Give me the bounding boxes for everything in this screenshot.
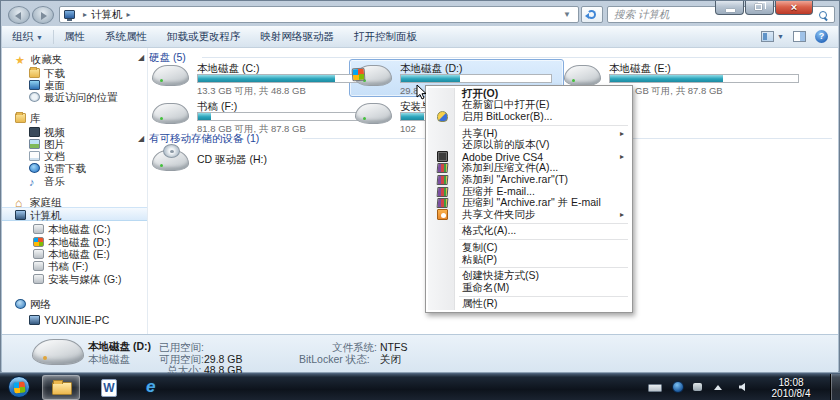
sidebar-item-thunder-downloads[interactable]: 迅雷下载 bbox=[29, 162, 86, 176]
submenu-arrow-icon: ▸ bbox=[620, 152, 624, 161]
breadcrumb-computer[interactable]: 计算机 bbox=[91, 8, 123, 22]
cd-drive-tile[interactable]: CD 驱动器 (H:) bbox=[197, 153, 392, 169]
group-expander-icon[interactable]: ◢ bbox=[138, 53, 144, 62]
start-button[interactable] bbox=[8, 376, 30, 398]
menu-item-format[interactable]: 格式化(A)... bbox=[428, 226, 630, 238]
sidebar-divider bbox=[147, 48, 148, 334]
menu-item-shared-folder-sync[interactable]: 共享文件夹同步▸ bbox=[428, 209, 630, 221]
menu-item-restore-previous-versions[interactable]: 还原以前的版本(V) bbox=[428, 139, 630, 151]
sidebar-section-network[interactable]: 网络 bbox=[15, 298, 51, 312]
language-indicator-icon[interactable] bbox=[648, 384, 662, 392]
documents-icon bbox=[29, 151, 40, 161]
help-button[interactable]: ? bbox=[815, 30, 828, 43]
menu-item-properties[interactable]: 属性(R) bbox=[428, 299, 630, 311]
change-view-button[interactable]: ▼ bbox=[761, 31, 784, 42]
capacity-bar-fill bbox=[610, 75, 723, 82]
drive-led bbox=[160, 164, 163, 167]
menu-item-paste[interactable]: 粘贴(P) bbox=[428, 254, 630, 266]
organize-menu[interactable]: 组织▼ bbox=[2, 30, 53, 44]
forward-arrow-icon bbox=[41, 12, 47, 20]
drive-icon bbox=[33, 274, 44, 284]
menu-item-create-shortcut[interactable]: 创建快捷方式(S) bbox=[428, 270, 630, 282]
taskbar-word-button[interactable]: W bbox=[90, 375, 128, 400]
drive-name[interactable]: CD 驱动器 (H:) bbox=[197, 153, 267, 167]
cd-drive-icon[interactable] bbox=[152, 150, 189, 171]
taskbar-ie-button[interactable]: e bbox=[136, 375, 174, 400]
group-header-hdd[interactable]: 硬盘 (5) bbox=[149, 51, 186, 65]
sidebar-item-recent-places[interactable]: 最近访问的位置 bbox=[29, 91, 118, 105]
sidebar-section-favorites[interactable]: ★收藏夹 bbox=[15, 53, 63, 67]
windows-flag-icon bbox=[352, 68, 366, 82]
back-button[interactable] bbox=[8, 6, 30, 24]
drive-caption: 102 bbox=[400, 123, 416, 134]
forward-button[interactable] bbox=[32, 6, 54, 24]
open-control-panel-button[interactable]: 打开控制面板 bbox=[344, 30, 427, 44]
sidebar-section-libraries[interactable]: 库 bbox=[15, 112, 41, 126]
menu-item-copy[interactable]: 复制(C) bbox=[428, 242, 630, 254]
downloads-folder-icon bbox=[29, 68, 40, 78]
drive-icon bbox=[33, 261, 44, 271]
word-icon: W bbox=[101, 379, 117, 397]
breadcrumb-arrow-icon: ▸ bbox=[83, 10, 87, 19]
preview-pane-button[interactable] bbox=[793, 31, 806, 42]
system-properties-button[interactable]: 系统属性 bbox=[95, 30, 157, 44]
winrar-icon bbox=[437, 163, 449, 173]
desktop: ▸ 计算机 ▸ ▼ 搜索 计算机 × 组织▼ 属性 系统属性 卸载或更改程序 映… bbox=[0, 0, 840, 400]
close-button[interactable]: × bbox=[775, 1, 813, 15]
network-icon bbox=[15, 299, 26, 309]
sidebar-section-computer[interactable]: 计算机 bbox=[15, 209, 62, 223]
ie-icon: e bbox=[146, 377, 155, 397]
minimize-icon bbox=[726, 9, 735, 12]
search-icon bbox=[818, 10, 828, 20]
drive-icon bbox=[33, 224, 44, 234]
search-placeholder: 搜索 计算机 bbox=[614, 8, 669, 22]
uninstall-program-button[interactable]: 卸载或更改程序 bbox=[157, 30, 251, 44]
computer-icon bbox=[15, 210, 26, 220]
selected-drive-icon bbox=[32, 339, 84, 365]
map-network-drive-button[interactable]: 映射网络驱动器 bbox=[250, 30, 344, 44]
taskbar-clock[interactable]: 18:08 2010/8/4 bbox=[760, 377, 822, 399]
sidebar-item-music[interactable]: ♪音乐 bbox=[29, 175, 65, 189]
capacity-bar-fill bbox=[401, 113, 424, 120]
views-icon bbox=[761, 31, 774, 42]
pictures-icon bbox=[29, 139, 40, 149]
sync-icon bbox=[437, 209, 448, 220]
drive-d-icon[interactable] bbox=[355, 65, 392, 86]
refresh-button[interactable] bbox=[581, 6, 603, 23]
filesystem-value: NTFS bbox=[380, 341, 407, 353]
address-dropdown-icon[interactable]: ▼ bbox=[560, 10, 574, 19]
sidebar-item-drive-g[interactable]: 安装与媒体 (G:) bbox=[33, 273, 122, 287]
tray-app-icon[interactable] bbox=[672, 381, 684, 393]
show-hidden-icons-arrow[interactable] bbox=[714, 385, 722, 390]
explorer-window: ▸ 计算机 ▸ ▼ 搜索 计算机 × 组织▼ 属性 系统属性 卸载或更改程序 映… bbox=[0, 0, 840, 373]
drive-e-tile[interactable]: 本地磁盘 (E:) GB 可用, 共 87.8 GB bbox=[609, 62, 804, 98]
menu-item-enable-bitlocker[interactable]: 启用 BitLocker(B)... bbox=[428, 111, 630, 123]
thunder-icon bbox=[29, 163, 40, 173]
taskbar: W e 18:08 2010/8/4 bbox=[0, 373, 840, 400]
sidebar-item-drive-f[interactable]: 书稿 (F:) bbox=[33, 260, 88, 274]
drive-led bbox=[160, 117, 163, 120]
show-desktop-button[interactable] bbox=[830, 374, 840, 400]
group-header-removable[interactable]: 有可移动存储的设备 (1) bbox=[149, 132, 259, 146]
capacity-bar bbox=[400, 74, 552, 83]
submenu-arrow-icon: ▸ bbox=[620, 129, 624, 138]
sidebar-item-drive-c[interactable]: 本地磁盘 (C:) bbox=[33, 223, 110, 237]
drive-c-icon[interactable] bbox=[152, 65, 189, 86]
group-expander-icon[interactable]: ◢ bbox=[138, 134, 144, 143]
breadcrumb-arrow-icon[interactable]: ▸ bbox=[127, 10, 131, 19]
properties-button[interactable]: 属性 bbox=[54, 30, 95, 44]
drive-e-icon[interactable] bbox=[564, 65, 601, 86]
address-bar[interactable]: ▸ 计算机 ▸ ▼ bbox=[59, 6, 579, 23]
sidebar-item-yuxinjie-pc[interactable]: YUXINJIE-PC bbox=[29, 314, 109, 326]
sidebar-section-homegroup[interactable]: ⌂家庭组 bbox=[15, 196, 62, 210]
winrar-icon bbox=[437, 198, 449, 208]
drive-g-icon[interactable] bbox=[355, 103, 392, 124]
menu-item-rename[interactable]: 重命名(M) bbox=[428, 282, 630, 294]
volume-icon[interactable] bbox=[739, 383, 745, 391]
drive-f-icon[interactable] bbox=[152, 103, 189, 124]
restore-button[interactable] bbox=[745, 1, 774, 15]
taskbar-explorer-button[interactable] bbox=[42, 375, 80, 400]
minimize-button[interactable] bbox=[715, 1, 744, 15]
tray-app-icon[interactable] bbox=[693, 383, 702, 391]
windows-flag-icon bbox=[13, 381, 25, 393]
